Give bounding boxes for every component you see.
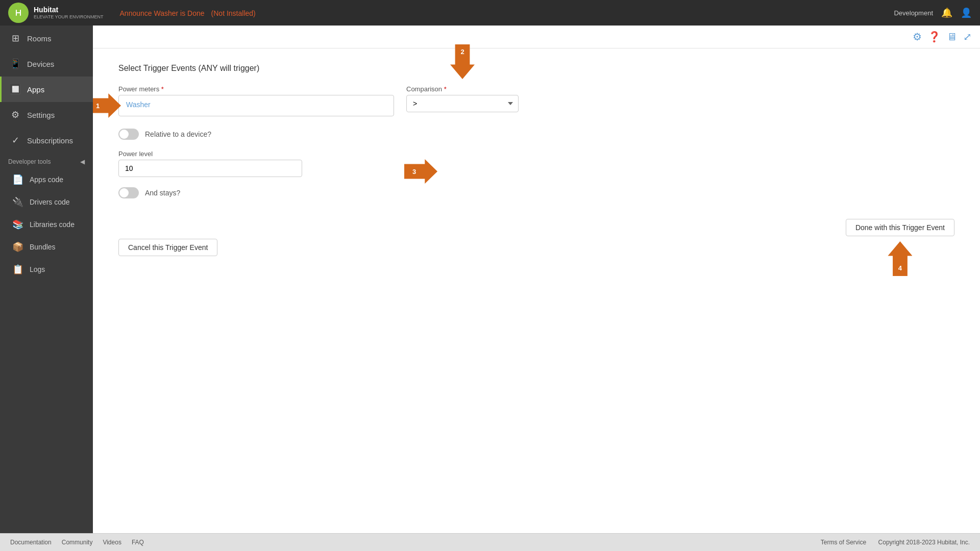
comparison-required: * [444,85,447,93]
relative-to-device-toggle[interactable] [118,129,139,140]
sidebar-item-bundles[interactable]: 📦 Bundles [0,236,93,258]
device-value: Washer [126,101,386,109]
apps-icon: 🔲 [10,84,21,95]
sidebar-item-subscriptions-label: Subscriptions [27,136,73,145]
page-title: Announce Washer is Done (Not Installed) [116,8,894,18]
app-header: Hubitat ELEVATE YOUR ENVIRONMENT Announc… [0,0,980,26]
section-title: Select Trigger Events (ANY will trigger) [118,64,954,73]
settings-icon: ⚙ [10,109,21,120]
and-stays-toggle[interactable] [118,187,139,198]
comparison-field-group: 2 Comparison * > < = >= <= != [406,85,519,112]
main-content: ⚙ ❓ 🖥 ⤢ Select Trigger Events (ANY will … [93,26,980,533]
done-trigger-button[interactable]: Done with this Trigger Event [846,219,954,236]
fullscreen-toolbar-icon[interactable]: ⤢ [963,31,972,43]
main-layout: ⊞ Rooms 📱 Devices 🔲 Apps ⚙ Settings ✓ Su… [0,26,980,533]
drivers-code-icon: 🔌 [12,196,23,208]
footer-faq[interactable]: FAQ [132,539,144,546]
devices-icon: 📱 [10,58,21,69]
copyright: Copyright 2018-2023 Hubitat, Inc. [878,539,970,546]
display-toolbar-icon[interactable]: 🖥 [947,31,957,43]
footer-documentation[interactable]: Documentation [10,539,52,546]
arrow-2-badge: 2 [460,47,464,55]
relative-to-device-label: Relative to a device? [145,130,211,138]
button-row: Cancel this Trigger Event Done with this… [118,219,954,276]
cancel-trigger-button[interactable]: Cancel this Trigger Event [118,239,217,256]
power-meters-label: Power meters * [118,85,394,93]
power-level-group: 3 Power level [118,150,954,177]
libraries-code-icon: 📚 [12,219,23,230]
footer-videos[interactable]: Videos [103,539,121,546]
sidebar-item-libraries-code[interactable]: 📚 Libraries code [0,213,93,236]
developer-tools-label: Developer tools [8,158,51,165]
and-stays-toggle-knob [119,188,129,197]
terms-of-service[interactable]: Terms of Service [821,539,866,546]
sidebar-item-subscriptions[interactable]: ✓ Subscriptions [0,128,93,153]
sidebar-item-settings-label: Settings [27,111,55,119]
power-level-label: Power level [118,150,954,158]
logo-brand-name: Hubitat [34,6,104,14]
bell-icon[interactable]: 🔔 [941,7,952,18]
sidebar-item-drivers-code[interactable]: 🔌 Drivers code [0,191,93,213]
sidebar-item-bundles-label: Bundles [30,243,56,251]
collapse-icon: ◀ [80,158,85,165]
toggle-knob [119,130,129,139]
settings-toolbar-icon[interactable]: ⚙ [913,31,922,43]
sidebar-item-apps-code[interactable]: 📄 Apps code [0,168,93,191]
logs-icon: 📋 [12,264,23,275]
logo: Hubitat ELEVATE YOUR ENVIRONMENT [8,3,104,23]
subscriptions-icon: ✓ [10,135,21,146]
main-toolbar: ⚙ ❓ 🖥 ⤢ [93,26,980,48]
sidebar-item-rooms[interactable]: ⊞ Rooms [0,26,93,51]
help-toolbar-icon[interactable]: ❓ [928,31,941,43]
sidebar-item-apps-code-label: Apps code [30,176,63,184]
and-stays-label: And stays? [145,189,180,197]
sidebar-item-apps-label: Apps [27,85,44,94]
logo-tagline: ELEVATE YOUR ENVIRONMENT [34,14,104,19]
footer-right: Terms of Service Copyright 2018-2023 Hub… [821,539,970,546]
footer-links: Documentation Community Videos FAQ [10,539,144,546]
user-icon[interactable]: 👤 [961,7,972,18]
footer-community[interactable]: Community [62,539,93,546]
relative-to-device-row: Relative to a device? [118,129,954,140]
sidebar-item-settings[interactable]: ⚙ Settings [0,102,93,128]
comparison-select[interactable]: > < = >= <= != [406,95,519,112]
content-area: Select Trigger Events (ANY will trigger)… [93,48,980,291]
arrow-4-badge: 4 [898,264,902,272]
sidebar-item-devices[interactable]: 📱 Devices [0,51,93,77]
bundles-icon: 📦 [12,241,23,253]
logo-icon [8,3,29,23]
arrow-3-badge: 3 [412,168,416,176]
sidebar-item-logs-label: Logs [30,265,45,273]
header-actions: Development 🔔 👤 [894,7,972,18]
sidebar-item-devices-label: Devices [27,60,54,68]
and-stays-row: And stays? [118,187,954,198]
sidebar-item-rooms-label: Rooms [27,34,52,43]
rooms-icon: ⊞ [10,33,21,44]
power-level-input[interactable] [118,160,302,177]
developer-tools-section[interactable]: Developer tools ◀ [0,153,93,168]
apps-code-icon: 📄 [12,174,23,185]
sidebar-item-drivers-code-label: Drivers code [30,198,70,206]
sidebar-item-libraries-code-label: Libraries code [30,220,75,229]
sidebar-item-apps[interactable]: 🔲 Apps [0,77,93,102]
comparison-label: Comparison * [406,85,519,93]
page-footer: Documentation Community Videos FAQ Terms… [0,533,980,551]
sidebar-item-logs[interactable]: 📋 Logs [0,258,93,281]
device-select-box[interactable]: Washer [118,95,394,116]
arrow-1-badge: 1 [96,102,100,110]
env-label: Development [894,9,933,17]
install-status: (Not Installed) [211,9,256,17]
required-marker: * [161,85,164,93]
device-field-group: Power meters * Washer [118,85,394,116]
sidebar: ⊞ Rooms 📱 Devices 🔲 Apps ⚙ Settings ✓ Su… [0,26,93,533]
